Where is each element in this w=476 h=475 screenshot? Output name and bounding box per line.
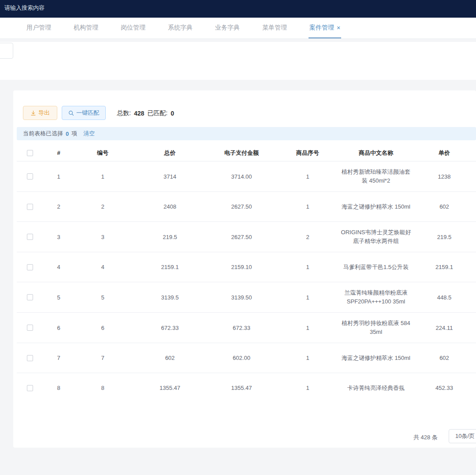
cell-product-name: 马爹利蓝带干邑1.5公升装: [341, 263, 411, 272]
cell-code: 1: [74, 173, 131, 180]
cell-price: 602: [411, 355, 476, 361]
tab-label: 岗位管理: [121, 24, 145, 32]
tab-label: 业务字典: [215, 24, 240, 32]
tab-item[interactable]: 菜单管理: [261, 18, 288, 38]
cell-index: 4: [43, 264, 74, 270]
collapsed-panel-stub[interactable]: [0, 43, 13, 59]
count-summary: 总数: 428 已匹配: 0: [117, 109, 174, 117]
row-checkbox[interactable]: [27, 294, 33, 300]
cell-code: 7: [74, 355, 131, 361]
table-row[interactable]: 8 8 1355.47 1355.47 1 卡诗菁纯亮泽经典香氛 452.33: [17, 373, 476, 399]
cell-payment: 2627.50: [208, 203, 275, 210]
cell-payment: 2159.10: [208, 264, 275, 270]
cell-serial: 1: [275, 203, 341, 210]
matched-value: 0: [171, 110, 174, 117]
table-row[interactable]: 5 5 3139.5 3139.50 1 兰蔻菁纯臻颜精华粉底液SPF20PA+…: [17, 282, 476, 313]
cell-price: 219.5: [411, 234, 476, 240]
table-row[interactable]: 2 2 2408 2627.50 1 海蓝之谜修护精萃水 150ml 602: [17, 192, 476, 222]
cell-product-name: 兰蔻菁纯臻颜精华粉底液SPF20PA+++100 35ml: [341, 288, 411, 306]
cell-payment: 3139.50: [208, 294, 275, 301]
page-size-select[interactable]: 10条/页: [449, 429, 476, 443]
matched-label: 已匹配:: [147, 109, 167, 117]
tab-item[interactable]: 岗位管理: [120, 18, 146, 38]
filter-panel: 离岛日期: 开始日期 - 结束日期 电子支付金额: 单值或范围XXX-XXX（仅…: [0, 42, 476, 80]
selection-status-bar: 当前表格已选择 0 项 清空: [17, 127, 476, 140]
cell-total: 602: [131, 355, 208, 361]
col-header-price[interactable]: 单价: [411, 149, 476, 157]
col-header-code[interactable]: 编号: [74, 149, 131, 157]
cell-price: 1238: [411, 173, 476, 180]
cell-serial: 1: [275, 173, 341, 180]
tab-item[interactable]: 案件管理 ×: [309, 18, 341, 38]
col-header-serial[interactable]: 商品序号: [275, 149, 341, 157]
cell-product-name: ORIGINS韦博士灵芝焕能好底子精华水两件组: [341, 228, 411, 246]
row-checkbox[interactable]: [27, 355, 33, 361]
cell-index: 2: [43, 203, 74, 210]
one-click-match-button[interactable]: 一键匹配: [62, 106, 106, 120]
tab-label: 案件管理: [309, 24, 334, 32]
table-row[interactable]: 1 1 3714 3714.00 1 植村秀新琥珀臻萃洁颜油套装 450ml*2…: [17, 161, 476, 192]
selection-count: 0: [66, 131, 69, 137]
select-all-checkbox[interactable]: [27, 150, 33, 156]
cell-product-name: 海蓝之谜修护精萃水 150ml: [341, 354, 411, 363]
cell-payment: 2627.50: [208, 234, 275, 240]
cell-price: 2159.1: [411, 264, 476, 270]
cell-code: 8: [74, 385, 131, 391]
cell-price: 448.5: [411, 294, 476, 301]
data-table: # 编号 总价 电子支付金额 商品序号 商品中文名称 单价 1 1 3714 3…: [17, 145, 476, 399]
col-header-name[interactable]: 商品中文名称: [341, 149, 411, 157]
table-row[interactable]: 7 7 602 602.00 1 海蓝之谜修护精萃水 150ml 602: [17, 343, 476, 373]
match-button-label: 一键匹配: [76, 109, 99, 117]
cell-code: 3: [74, 234, 131, 240]
tab-item[interactable]: 业务字典: [214, 18, 241, 38]
cell-product-name: 海蓝之谜修护精萃水 150ml: [341, 202, 411, 211]
cell-product-name: 植村秀新琥珀臻萃洁颜油套装 450ml*2: [341, 168, 411, 185]
cell-total: 219.5: [131, 234, 208, 240]
col-header-payment[interactable]: 电子支付金额: [208, 149, 275, 157]
row-checkbox[interactable]: [27, 385, 33, 391]
col-header-index[interactable]: #: [43, 150, 74, 156]
cell-price: 452.33: [411, 385, 476, 391]
cell-price: 224.11: [411, 325, 476, 331]
cell-index: 1: [43, 173, 74, 180]
download-icon: [30, 110, 36, 116]
table-body: 1 1 3714 3714.00 1 植村秀新琥珀臻萃洁颜油套装 450ml*2…: [17, 161, 476, 399]
export-button[interactable]: 导出: [23, 106, 57, 120]
cell-index: 7: [43, 355, 74, 361]
global-search-input[interactable]: 请输入搜索内容: [0, 0, 45, 12]
table-row[interactable]: 4 4 2159.1 2159.10 1 马爹利蓝带干邑1.5公升装 2159.…: [17, 252, 476, 282]
tab-label: 用户管理: [26, 24, 51, 32]
tab-item[interactable]: 系统字典: [167, 18, 193, 38]
cell-total: 2159.1: [131, 264, 208, 270]
row-checkbox[interactable]: [27, 234, 33, 240]
tab-item[interactable]: 机构管理: [73, 18, 99, 38]
cell-payment: 3714.00: [208, 173, 275, 180]
cell-price: 602: [411, 203, 476, 210]
row-checkbox[interactable]: [27, 325, 33, 331]
cell-serial: 1: [275, 264, 341, 270]
tab-label: 系统字典: [168, 24, 193, 32]
cell-total: 3714: [131, 173, 208, 180]
table-row[interactable]: 3 3 219.5 2627.50 2 ORIGINS韦博士灵芝焕能好底子精华水…: [17, 222, 476, 252]
case-management-panel: 导出 一键匹配 总数: 428 已匹配: 0 当前表格已选择 0 项 清空 # …: [13, 90, 476, 448]
cell-index: 6: [43, 325, 74, 331]
tab-item[interactable]: 用户管理: [26, 18, 52, 38]
row-checkbox[interactable]: [27, 264, 33, 270]
clear-selection-link[interactable]: 清空: [83, 130, 95, 138]
tab-label: 机构管理: [74, 24, 98, 32]
cell-total: 672.33: [131, 325, 208, 331]
table-header-row: # 编号 总价 电子支付金额 商品序号 商品中文名称 单价: [17, 145, 476, 161]
close-icon[interactable]: ×: [337, 25, 340, 31]
table-row[interactable]: 6 6 672.33 672.33 1 植村秀羽纱持妆粉底液 584 35ml …: [17, 313, 476, 343]
cell-serial: 2: [275, 234, 341, 240]
cell-index: 5: [43, 294, 74, 301]
col-header-total[interactable]: 总价: [131, 149, 208, 157]
cell-product-name: 植村秀羽纱持妆粉底液 584 35ml: [341, 319, 411, 337]
cell-total: 3139.5: [131, 294, 208, 301]
cell-serial: 1: [275, 294, 341, 301]
cell-code: 5: [74, 294, 131, 301]
row-checkbox[interactable]: [27, 173, 33, 180]
row-checkbox[interactable]: [27, 204, 33, 210]
cell-code: 6: [74, 325, 131, 331]
cell-code: 4: [74, 264, 131, 270]
